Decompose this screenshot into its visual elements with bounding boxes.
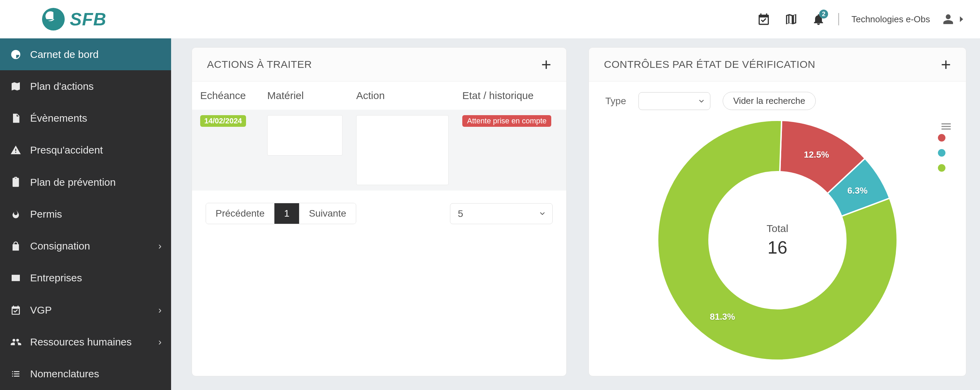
clipboard-icon bbox=[10, 176, 22, 189]
sidebar-item-plan-actions[interactable]: Plan d'actions bbox=[0, 70, 171, 102]
fire-icon bbox=[10, 208, 22, 221]
map-icon[interactable] bbox=[784, 12, 799, 27]
chart-wrap: Total 16 12.5%6.3%81.3% bbox=[589, 113, 966, 376]
sidebar-item-rh[interactable]: Ressources humaines › bbox=[0, 326, 171, 358]
clear-search-button[interactable]: Vider la recherche bbox=[723, 92, 816, 110]
pager-prev[interactable]: Précédente bbox=[206, 203, 274, 224]
logo-text: SFB bbox=[70, 9, 107, 29]
actions-card-header: ACTIONS À TRAITER + bbox=[192, 48, 566, 82]
actions-card-title: ACTIONS À TRAITER bbox=[207, 59, 312, 70]
sidebar-item-label: Plan d'actions bbox=[30, 80, 94, 92]
donut-chart: Total 16 12.5%6.3%81.3% bbox=[654, 117, 900, 364]
sidebar-item-label: VGP bbox=[30, 304, 52, 316]
echeance-chip: 14/02/2024 bbox=[200, 115, 246, 127]
sidebar-item-entreprises[interactable]: Entreprises bbox=[0, 262, 171, 294]
pager-current[interactable]: 1 bbox=[274, 203, 299, 224]
file-icon bbox=[10, 112, 22, 125]
actions-table: Echéance Matériel Action Etat / historiq… bbox=[192, 82, 566, 190]
chart-legend bbox=[938, 134, 945, 172]
user-icon bbox=[942, 13, 954, 25]
sidebar-item-label: Évènements bbox=[30, 112, 87, 124]
chevron-right-icon: › bbox=[158, 337, 162, 347]
bell-icon[interactable]: 2 bbox=[811, 12, 826, 27]
sidebar-item-label: Plan de prévention bbox=[30, 176, 116, 188]
actions-add-button[interactable]: + bbox=[541, 56, 551, 73]
legend-dot-teal bbox=[938, 149, 945, 157]
sidebar-item-permis[interactable]: Permis bbox=[0, 198, 171, 230]
calendar-check-icon bbox=[10, 304, 22, 316]
table-row[interactable]: 14/02/2024 Attente prise en compte bbox=[192, 110, 566, 190]
sidebar-item-label: Nomenclatures bbox=[30, 368, 99, 380]
list-icon bbox=[10, 368, 22, 380]
sidebar-item-vgp[interactable]: VGP › bbox=[0, 294, 171, 326]
legend-dot-red bbox=[938, 134, 945, 142]
sidebar-item-nomenclatures[interactable]: Nomenclatures bbox=[0, 358, 171, 390]
sidebar-item-label: Carnet de bord bbox=[30, 49, 99, 60]
map-icon bbox=[10, 80, 22, 93]
topbar: SFB 2 Technologies e-Obs bbox=[0, 0, 980, 38]
donut-center-label: Total bbox=[767, 223, 788, 234]
sidebar-item-consignation[interactable]: Consignation › bbox=[0, 230, 171, 262]
sidebar: Carnet de bord Plan d'actions Évènements… bbox=[0, 38, 171, 390]
dashboard-icon bbox=[10, 48, 22, 61]
col-materiel: Matériel bbox=[260, 82, 349, 110]
hamburger-icon bbox=[940, 120, 952, 133]
materiel-cell bbox=[267, 115, 342, 156]
calendar-check-icon[interactable] bbox=[756, 12, 771, 27]
sidebar-item-label: Consignation bbox=[30, 240, 90, 252]
sidebar-item-carnet[interactable]: Carnet de bord bbox=[0, 38, 171, 70]
main: ACTIONS À TRAITER + Echéance Matériel Ac… bbox=[171, 38, 980, 390]
chevron-right-icon: › bbox=[158, 305, 162, 316]
users-icon bbox=[10, 336, 22, 348]
actions-footer: Précédente 1 Suivante 5 bbox=[192, 190, 566, 234]
org-name: Technologies e-Obs bbox=[851, 14, 930, 25]
sidebar-item-label: Presqu'accident bbox=[30, 144, 103, 156]
topbar-right: 2 Technologies e-Obs bbox=[756, 12, 966, 27]
donut-pct-label: 81.3% bbox=[710, 312, 735, 322]
pager: Précédente 1 Suivante bbox=[206, 203, 356, 224]
brand-logo: SFB bbox=[41, 7, 107, 32]
type-select[interactable] bbox=[638, 92, 710, 110]
action-cell bbox=[356, 115, 449, 185]
col-action: Action bbox=[349, 82, 455, 110]
type-label: Type bbox=[605, 96, 626, 107]
page-size-select[interactable]: 5 bbox=[450, 203, 553, 224]
col-etat: Etat / historique bbox=[455, 82, 566, 110]
col-echeance: Echéance bbox=[192, 82, 260, 110]
legend-dot-green bbox=[938, 164, 945, 172]
sidebar-item-label: Permis bbox=[30, 208, 62, 220]
filter-row: Type Vider la recherche bbox=[589, 82, 966, 113]
chevron-right-icon: › bbox=[158, 241, 162, 251]
pager-next[interactable]: Suivante bbox=[299, 203, 356, 224]
chart-menu-button[interactable] bbox=[940, 120, 952, 135]
donut-center: Total 16 bbox=[767, 223, 788, 258]
donut-center-value: 16 bbox=[767, 237, 788, 258]
sidebar-item-plan-prevention[interactable]: Plan de prévention bbox=[0, 166, 171, 198]
warning-icon bbox=[10, 144, 22, 156]
chevron-right-icon bbox=[957, 14, 966, 24]
status-chip: Attente prise en compte bbox=[462, 115, 551, 127]
separator bbox=[838, 13, 839, 26]
controls-card-title: CONTRÔLES PAR ÉTAT DE VÉRIFICATION bbox=[604, 59, 815, 70]
donut-pct-label: 12.5% bbox=[804, 149, 829, 160]
actions-card: ACTIONS À TRAITER + Echéance Matériel Ac… bbox=[192, 47, 566, 376]
lock-icon bbox=[10, 240, 22, 252]
user-menu[interactable] bbox=[942, 13, 966, 25]
donut-pct-label: 6.3% bbox=[847, 185, 867, 196]
controls-add-button[interactable]: + bbox=[941, 56, 951, 73]
id-card-icon bbox=[10, 272, 22, 284]
notification-badge: 2 bbox=[819, 10, 828, 19]
controls-card-header: CONTRÔLES PAR ÉTAT DE VÉRIFICATION + bbox=[589, 48, 966, 82]
sidebar-item-evenements[interactable]: Évènements bbox=[0, 102, 171, 134]
sidebar-item-label: Ressources humaines bbox=[30, 336, 132, 348]
logo-icon bbox=[41, 7, 66, 32]
sidebar-item-label: Entreprises bbox=[30, 272, 82, 284]
sidebar-item-presquaccident[interactable]: Presqu'accident bbox=[0, 134, 171, 166]
controls-card: CONTRÔLES PAR ÉTAT DE VÉRIFICATION + Typ… bbox=[589, 47, 966, 376]
